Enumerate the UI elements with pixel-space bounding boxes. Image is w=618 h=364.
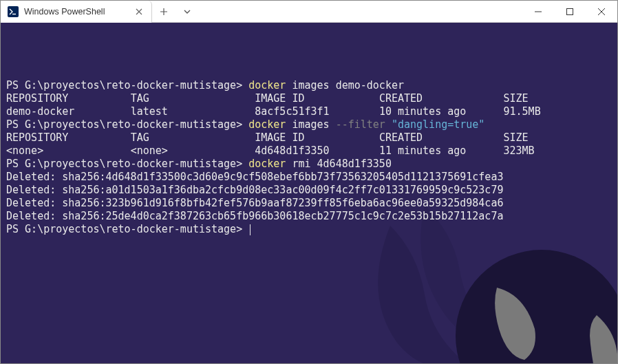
cmd-docker: docker [248,79,286,92]
col-id: IMAGE ID [255,92,304,105]
cmd-docker: docker [248,158,286,170]
output-line: Deleted: sha256:25de4d0ca2f387263cb65fb9… [6,210,503,222]
col-size: SIZE [504,131,529,144]
cell: 91.5MB [504,105,541,118]
col-repo: REPOSITORY [6,131,68,144]
col-repo: REPOSITORY [6,92,68,105]
output-line: Deleted: sha256:a01d1503a1f36dba2cfcb9d0… [6,184,503,196]
cell: 8acf5c51f3f1 [255,105,329,118]
prompt: PS G:\proyectos\reto-docker-mutistage> [6,158,242,170]
cmd-flag: --filter [336,118,385,131]
tab-dropdown-button[interactable] [175,1,199,22]
cell: 10 minutes ago [379,105,466,118]
window-controls [522,1,617,22]
output-line: Deleted: sha256:323b961d916f8bfb42fef576… [6,197,503,209]
svg-rect-0 [8,6,19,17]
minimize-button[interactable] [522,1,554,22]
tab-powershell[interactable]: Windows PowerShell [1,1,152,23]
output-line: Deleted: sha256:4d648d1f33500c3d60e9c9cf… [6,171,503,183]
close-button[interactable] [586,1,617,22]
cmd-arg: "dangling=true" [392,118,484,131]
terminal-pane[interactable]: PS G:\proyectos\reto-docker-mutistage> d… [1,23,617,363]
prompt: PS G:\proyectos\reto-docker-mutistage> [6,118,242,131]
col-id: IMAGE ID [255,131,304,144]
tab-close-button[interactable] [134,6,145,17]
cmd-text: rmi 4d648d1f3350 [286,158,392,170]
col-tag: TAG [131,92,149,105]
col-created: CREATED [379,92,423,105]
cell: 11 minutes ago [379,144,466,157]
svg-rect-1 [567,8,573,14]
terminal-output: PS G:\proyectos\reto-docker-mutistage> d… [6,79,612,236]
prompt: PS G:\proyectos\reto-docker-mutistage> [6,79,242,92]
cell: 323MB [504,144,535,157]
app-window: Windows PowerShell [0,0,618,364]
maximize-button[interactable] [554,1,586,22]
titlebar: Windows PowerShell [1,1,617,23]
tab-title: Windows PowerShell [24,7,128,17]
cursor [250,224,251,235]
cell: demo-docker [6,105,74,118]
cmd-docker: docker [248,118,286,131]
cell: <none> [6,144,43,157]
cell: <none> [131,144,168,157]
col-tag: TAG [131,131,149,144]
col-created: CREATED [379,131,423,144]
prompt: PS G:\proyectos\reto-docker-mutistage> [6,223,242,235]
svg-point-2 [456,250,617,363]
cell: 4d648d1f3350 [255,144,329,157]
powershell-icon [8,6,19,17]
cmd-text: images [286,118,335,131]
cmd-text: images demo-docker [286,79,404,92]
cell: latest [131,105,168,118]
new-tab-button[interactable] [152,1,175,22]
col-size: SIZE [504,92,529,105]
